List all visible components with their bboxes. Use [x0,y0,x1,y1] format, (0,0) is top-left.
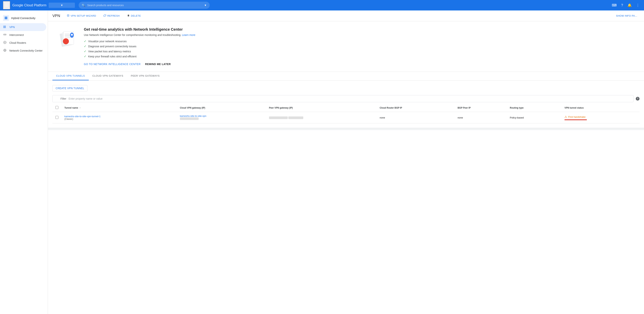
checkmark-icon-1: ✓ [84,39,86,43]
vpn-setup-wizard-label: VPN SETUP WIZARD [70,14,96,17]
vpn-setup-plus-icon [67,14,70,17]
show-info-panel-label: SHOW INFO PA... [616,14,637,17]
promo-subtitle: Use Network Intelligence Center for comp… [84,33,635,36]
warning-icon: ⚠ [564,115,567,119]
svg-rect-8 [4,26,5,27]
sidebar-header-icon [3,15,9,21]
more-options-button[interactable]: ⋮ [635,2,641,9]
help-icon[interactable]: ? [636,97,640,101]
bgp-peer-ip-cell: none [454,112,507,123]
sort-icon[interactable]: ↑ [80,107,80,109]
tunnel-tag: (Classic) [64,118,174,120]
cloud-vpn-gateway-ip-link[interactable]: kameshs-site-to-site-vpn [180,115,263,117]
table-header-row: Tunnel name ↑ Cloud VPN gateway (IP) Pee… [52,104,640,112]
main-content: VPN VPN SETUP WIZARD REFRESH DELETE [48,10,644,314]
svg-rect-5 [4,26,4,27]
cloud-shell-button[interactable]: ⌨ [610,2,618,9]
tab-cloud-vpn-tunnels[interactable]: CLOUD VPN TUNNELS [52,72,89,80]
search-dropdown-icon[interactable]: ▼ [204,4,207,7]
checkmark-icon-3: ✓ [84,49,86,53]
remind-me-later-button[interactable]: REMIND ME LATER [145,63,171,66]
sidebar-item-cloud-routers-label: Cloud Routers [9,41,26,44]
promo-title: Get real-time analytics with Network Int… [84,27,635,32]
col-cloud-vpn-gateway-ip: Cloud VPN gateway (IP) [177,104,266,112]
sidebar: Hybrid Connectivity VPN Interconnect Clo… [0,10,48,314]
svg-rect-0 [5,17,6,18]
tunnel-name-link[interactable]: kameshs-site-to-site-vpn-tunnel-1 [64,115,174,118]
sidebar-item-interconnect[interactable]: Interconnect [0,31,46,39]
select-all-checkbox[interactable] [56,106,58,109]
svg-rect-2 [5,18,6,19]
vpn-icon [3,25,7,29]
svg-rect-3 [6,18,7,19]
interconnect-icon [3,33,7,37]
svg-rect-10 [5,26,6,26]
routing-type-cell: Policy-based [507,112,562,123]
tab-cloud-vpn-gateways[interactable]: CLOUD VPN GATEWAYS [89,72,127,80]
hamburger-icon: ☰ [5,3,8,7]
svg-marker-17 [4,41,6,44]
help-button[interactable]: ? [620,2,624,9]
sidebar-item-cloud-routers[interactable]: Cloud Routers [0,39,46,47]
sidebar-item-ncc-label: Network Connectivity Center [9,49,42,52]
table-row: kameshs-site-to-site-vpn-tunnel-1 (Class… [52,112,640,123]
svg-rect-33 [65,37,71,37]
page-title: VPN [52,14,60,18]
project-selector[interactable]: ▼ [49,2,75,8]
col-cloud-router-bgp-ip: Cloud Router BGP IP [377,104,454,112]
filter-input[interactable] [68,97,631,100]
svg-rect-12 [5,27,6,28]
feature-list: ✓ Visualize your network resources ✓ Dia… [84,39,635,58]
status-text: First handshake [568,116,586,118]
tab-peer-vpn-gateways[interactable]: PEER VPN GATEWAYS [127,72,164,80]
select-all-header[interactable] [52,104,62,112]
status-badge: ⚠ First handshake [564,115,636,119]
col-bgp-peer-ip: BGP Peer IP [454,104,507,112]
feature-item-1: ✓ Visualize your network resources [84,39,635,43]
learn-more-link[interactable]: Learn more [182,33,196,36]
filter-label: Filter [60,97,66,100]
promo-content: Get real-time analytics with Network Int… [84,27,635,66]
filter-bar: Filter [52,95,634,102]
tabs-bar: CLOUD VPN TUNNELS CLOUD VPN GATEWAYS PEE… [48,72,644,81]
cloud-router-bgp-ip-cell: none [377,112,454,123]
feature-item-3: ✓ View packet loss and latency metrics [84,49,635,53]
sidebar-item-network-connectivity-center[interactable]: Network Connectivity Center [0,47,46,55]
svg-rect-9 [4,27,5,28]
refresh-button[interactable]: REFRESH [101,13,122,19]
page-header: VPN VPN SETUP WIZARD REFRESH DELETE [48,10,644,21]
show-info-panel-button[interactable]: SHOW INFO PA... [614,13,640,19]
sidebar-item-vpn[interactable]: VPN [0,23,46,31]
sidebar-item-vpn-label: VPN [9,26,15,29]
row-checkbox-cell[interactable] [52,112,62,123]
hamburger-menu[interactable]: ☰ [3,1,10,9]
cloud-vpn-gateway-ip-cell: kameshs-site-to-site-vpn [177,112,266,123]
col-tunnel-name: Tunnel name ↑ [62,104,177,112]
checkmark-icon-4: ✓ [84,55,86,58]
filter-icon [55,97,58,101]
peer-vpn-gateway-ip-cell [266,112,377,123]
svg-rect-11 [5,26,6,27]
tunnel-name-cell: kameshs-site-to-site-vpn-tunnel-1 (Class… [62,112,177,123]
promo-graphic [57,27,80,50]
delete-label: DELETE [131,14,141,17]
svg-rect-1 [6,17,7,18]
notifications-button[interactable]: 🔔 [626,2,633,9]
svg-rect-6 [4,27,4,28]
svg-point-18 [4,42,6,43]
create-vpn-tunnel-button[interactable]: CREATE VPN TUNNEL [52,85,88,91]
search-icon: 🔍 [82,3,85,7]
promo-actions: GO TO NETWORK INTELLIGENCE CENTER REMIND… [84,63,635,66]
horizontal-scrollbar[interactable] [48,128,644,130]
app-layout: Hybrid Connectivity VPN Interconnect Clo… [0,10,644,314]
delete-button[interactable]: DELETE [125,13,143,19]
filter-row: Filter ? [52,95,640,102]
go-to-nic-link[interactable]: GO TO NETWORK INTELLIGENCE CENTER [84,63,140,66]
row-checkbox[interactable] [56,116,58,119]
cloud-routers-icon [3,41,7,45]
vpn-setup-wizard-button[interactable]: VPN SETUP WIZARD [64,13,98,19]
brand-title: Google Cloud Platform [12,3,46,7]
search-input[interactable] [87,4,201,7]
refresh-icon [104,14,106,17]
promo-banner: Get real-time analytics with Network Int… [48,21,644,72]
